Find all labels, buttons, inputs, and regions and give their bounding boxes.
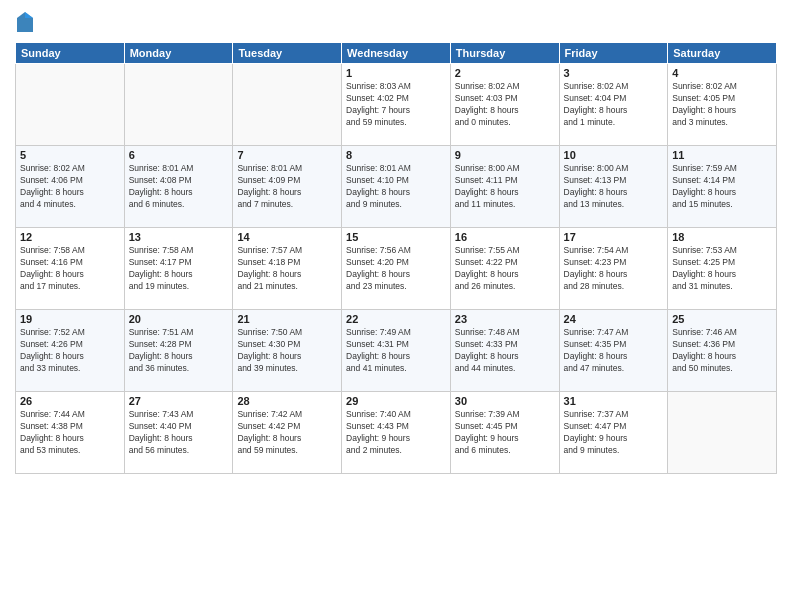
col-header-wednesday: Wednesday bbox=[342, 43, 451, 64]
day-number: 10 bbox=[564, 149, 664, 161]
day-number: 12 bbox=[20, 231, 120, 243]
day-number: 3 bbox=[564, 67, 664, 79]
day-number: 30 bbox=[455, 395, 555, 407]
day-number: 29 bbox=[346, 395, 446, 407]
calendar-cell bbox=[668, 392, 777, 474]
calendar-cell: 20Sunrise: 7:51 AM Sunset: 4:28 PM Dayli… bbox=[124, 310, 233, 392]
calendar-cell: 7Sunrise: 8:01 AM Sunset: 4:09 PM Daylig… bbox=[233, 146, 342, 228]
day-info: Sunrise: 8:03 AM Sunset: 4:02 PM Dayligh… bbox=[346, 81, 446, 129]
day-info: Sunrise: 7:55 AM Sunset: 4:22 PM Dayligh… bbox=[455, 245, 555, 293]
day-info: Sunrise: 7:43 AM Sunset: 4:40 PM Dayligh… bbox=[129, 409, 229, 457]
calendar-cell: 25Sunrise: 7:46 AM Sunset: 4:36 PM Dayli… bbox=[668, 310, 777, 392]
day-info: Sunrise: 8:01 AM Sunset: 4:10 PM Dayligh… bbox=[346, 163, 446, 211]
day-number: 7 bbox=[237, 149, 337, 161]
calendar-cell bbox=[124, 64, 233, 146]
calendar-cell: 26Sunrise: 7:44 AM Sunset: 4:38 PM Dayli… bbox=[16, 392, 125, 474]
calendar-cell: 19Sunrise: 7:52 AM Sunset: 4:26 PM Dayli… bbox=[16, 310, 125, 392]
day-info: Sunrise: 7:56 AM Sunset: 4:20 PM Dayligh… bbox=[346, 245, 446, 293]
calendar-cell: 15Sunrise: 7:56 AM Sunset: 4:20 PM Dayli… bbox=[342, 228, 451, 310]
day-info: Sunrise: 7:46 AM Sunset: 4:36 PM Dayligh… bbox=[672, 327, 772, 375]
day-info: Sunrise: 7:39 AM Sunset: 4:45 PM Dayligh… bbox=[455, 409, 555, 457]
day-info: Sunrise: 7:58 AM Sunset: 4:17 PM Dayligh… bbox=[129, 245, 229, 293]
calendar-week-4: 19Sunrise: 7:52 AM Sunset: 4:26 PM Dayli… bbox=[16, 310, 777, 392]
calendar-cell: 17Sunrise: 7:54 AM Sunset: 4:23 PM Dayli… bbox=[559, 228, 668, 310]
page-header bbox=[15, 10, 777, 34]
day-number: 2 bbox=[455, 67, 555, 79]
day-number: 5 bbox=[20, 149, 120, 161]
calendar-cell: 6Sunrise: 8:01 AM Sunset: 4:08 PM Daylig… bbox=[124, 146, 233, 228]
calendar-cell: 28Sunrise: 7:42 AM Sunset: 4:42 PM Dayli… bbox=[233, 392, 342, 474]
calendar-cell bbox=[16, 64, 125, 146]
day-info: Sunrise: 7:44 AM Sunset: 4:38 PM Dayligh… bbox=[20, 409, 120, 457]
day-info: Sunrise: 7:52 AM Sunset: 4:26 PM Dayligh… bbox=[20, 327, 120, 375]
day-number: 26 bbox=[20, 395, 120, 407]
calendar-cell: 10Sunrise: 8:00 AM Sunset: 4:13 PM Dayli… bbox=[559, 146, 668, 228]
day-info: Sunrise: 7:50 AM Sunset: 4:30 PM Dayligh… bbox=[237, 327, 337, 375]
day-info: Sunrise: 7:40 AM Sunset: 4:43 PM Dayligh… bbox=[346, 409, 446, 457]
day-number: 25 bbox=[672, 313, 772, 325]
svg-marker-1 bbox=[25, 12, 33, 18]
day-info: Sunrise: 7:59 AM Sunset: 4:14 PM Dayligh… bbox=[672, 163, 772, 211]
day-info: Sunrise: 8:00 AM Sunset: 4:11 PM Dayligh… bbox=[455, 163, 555, 211]
day-number: 15 bbox=[346, 231, 446, 243]
calendar-cell: 11Sunrise: 7:59 AM Sunset: 4:14 PM Dayli… bbox=[668, 146, 777, 228]
day-info: Sunrise: 7:48 AM Sunset: 4:33 PM Dayligh… bbox=[455, 327, 555, 375]
day-number: 18 bbox=[672, 231, 772, 243]
calendar-cell: 12Sunrise: 7:58 AM Sunset: 4:16 PM Dayli… bbox=[16, 228, 125, 310]
day-number: 28 bbox=[237, 395, 337, 407]
day-info: Sunrise: 7:49 AM Sunset: 4:31 PM Dayligh… bbox=[346, 327, 446, 375]
day-number: 11 bbox=[672, 149, 772, 161]
day-number: 4 bbox=[672, 67, 772, 79]
day-number: 16 bbox=[455, 231, 555, 243]
day-number: 9 bbox=[455, 149, 555, 161]
day-number: 24 bbox=[564, 313, 664, 325]
day-number: 19 bbox=[20, 313, 120, 325]
day-info: Sunrise: 7:58 AM Sunset: 4:16 PM Dayligh… bbox=[20, 245, 120, 293]
day-number: 14 bbox=[237, 231, 337, 243]
day-number: 31 bbox=[564, 395, 664, 407]
day-info: Sunrise: 8:02 AM Sunset: 4:03 PM Dayligh… bbox=[455, 81, 555, 129]
calendar-cell: 14Sunrise: 7:57 AM Sunset: 4:18 PM Dayli… bbox=[233, 228, 342, 310]
day-info: Sunrise: 7:57 AM Sunset: 4:18 PM Dayligh… bbox=[237, 245, 337, 293]
calendar-cell: 18Sunrise: 7:53 AM Sunset: 4:25 PM Dayli… bbox=[668, 228, 777, 310]
calendar-cell: 27Sunrise: 7:43 AM Sunset: 4:40 PM Dayli… bbox=[124, 392, 233, 474]
calendar-week-2: 5Sunrise: 8:02 AM Sunset: 4:06 PM Daylig… bbox=[16, 146, 777, 228]
calendar-cell: 24Sunrise: 7:47 AM Sunset: 4:35 PM Dayli… bbox=[559, 310, 668, 392]
calendar-cell: 4Sunrise: 8:02 AM Sunset: 4:05 PM Daylig… bbox=[668, 64, 777, 146]
calendar-cell: 31Sunrise: 7:37 AM Sunset: 4:47 PM Dayli… bbox=[559, 392, 668, 474]
calendar-week-5: 26Sunrise: 7:44 AM Sunset: 4:38 PM Dayli… bbox=[16, 392, 777, 474]
day-number: 20 bbox=[129, 313, 229, 325]
calendar-cell: 2Sunrise: 8:02 AM Sunset: 4:03 PM Daylig… bbox=[450, 64, 559, 146]
calendar-cell: 3Sunrise: 8:02 AM Sunset: 4:04 PM Daylig… bbox=[559, 64, 668, 146]
day-info: Sunrise: 8:02 AM Sunset: 4:05 PM Dayligh… bbox=[672, 81, 772, 129]
col-header-thursday: Thursday bbox=[450, 43, 559, 64]
col-header-monday: Monday bbox=[124, 43, 233, 64]
day-info: Sunrise: 8:01 AM Sunset: 4:09 PM Dayligh… bbox=[237, 163, 337, 211]
col-header-friday: Friday bbox=[559, 43, 668, 64]
day-number: 21 bbox=[237, 313, 337, 325]
calendar-cell: 22Sunrise: 7:49 AM Sunset: 4:31 PM Dayli… bbox=[342, 310, 451, 392]
logo-icon bbox=[15, 10, 35, 34]
day-number: 6 bbox=[129, 149, 229, 161]
day-number: 1 bbox=[346, 67, 446, 79]
day-info: Sunrise: 8:02 AM Sunset: 4:06 PM Dayligh… bbox=[20, 163, 120, 211]
col-header-saturday: Saturday bbox=[668, 43, 777, 64]
calendar-cell: 5Sunrise: 8:02 AM Sunset: 4:06 PM Daylig… bbox=[16, 146, 125, 228]
calendar-cell: 29Sunrise: 7:40 AM Sunset: 4:43 PM Dayli… bbox=[342, 392, 451, 474]
day-info: Sunrise: 8:01 AM Sunset: 4:08 PM Dayligh… bbox=[129, 163, 229, 211]
calendar-cell: 13Sunrise: 7:58 AM Sunset: 4:17 PM Dayli… bbox=[124, 228, 233, 310]
calendar-cell: 8Sunrise: 8:01 AM Sunset: 4:10 PM Daylig… bbox=[342, 146, 451, 228]
day-info: Sunrise: 7:42 AM Sunset: 4:42 PM Dayligh… bbox=[237, 409, 337, 457]
logo bbox=[15, 10, 39, 34]
col-header-tuesday: Tuesday bbox=[233, 43, 342, 64]
calendar-cell: 16Sunrise: 7:55 AM Sunset: 4:22 PM Dayli… bbox=[450, 228, 559, 310]
day-number: 27 bbox=[129, 395, 229, 407]
day-number: 17 bbox=[564, 231, 664, 243]
day-number: 8 bbox=[346, 149, 446, 161]
day-number: 22 bbox=[346, 313, 446, 325]
calendar-week-3: 12Sunrise: 7:58 AM Sunset: 4:16 PM Dayli… bbox=[16, 228, 777, 310]
calendar-cell: 1Sunrise: 8:03 AM Sunset: 4:02 PM Daylig… bbox=[342, 64, 451, 146]
calendar-cell bbox=[233, 64, 342, 146]
calendar-cell: 30Sunrise: 7:39 AM Sunset: 4:45 PM Dayli… bbox=[450, 392, 559, 474]
calendar-cell: 9Sunrise: 8:00 AM Sunset: 4:11 PM Daylig… bbox=[450, 146, 559, 228]
